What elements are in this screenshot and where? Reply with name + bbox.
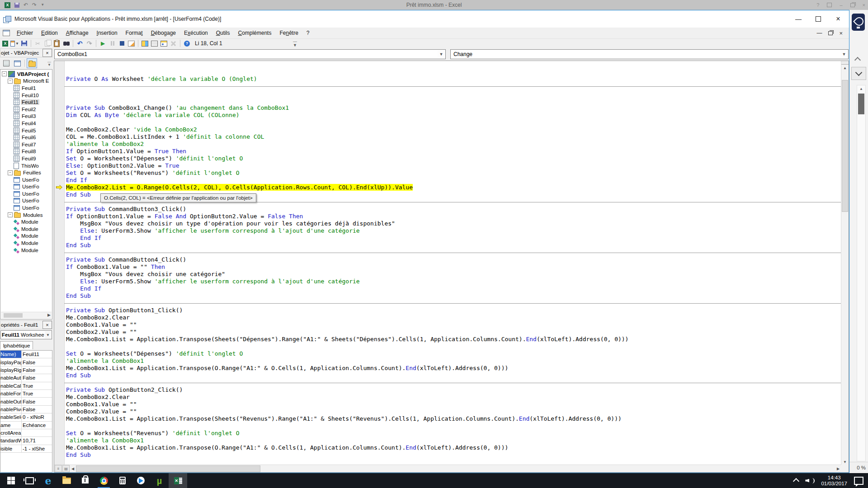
- close-icon[interactable]: ×: [42, 49, 52, 57]
- code-line[interactable]: End If: [66, 177, 841, 184]
- code-line[interactable]: Me.ComboBox1.List = Application.Transpos…: [66, 444, 841, 451]
- tab-alphabetic[interactable]: lphabétique: [0, 341, 33, 349]
- code-line[interactable]: [66, 90, 841, 97]
- code-line[interactable]: 'alimente la ComboBox1: [66, 357, 841, 365]
- save-icon[interactable]: [20, 39, 28, 47]
- code-line[interactable]: Me.ComboBox1.List = Application.Transpos…: [66, 365, 841, 372]
- tree-item-feuil10[interactable]: Feuil10: [0, 92, 52, 99]
- toolbar-overflow-icon[interactable]: —▼: [293, 40, 297, 47]
- tree-item-module[interactable]: Module: [0, 218, 52, 225]
- close-button[interactable]: ×: [828, 10, 848, 28]
- child-minimize-icon[interactable]: —: [816, 30, 822, 36]
- tree-item-feuil2[interactable]: Feuil2: [0, 106, 52, 113]
- toggle-folders-button[interactable]: [27, 58, 37, 68]
- code-line[interactable]: Dim COL As Byte 'déclare la variale COL …: [66, 112, 841, 119]
- property-value[interactable]: False: [22, 375, 35, 380]
- code-line[interactable]: Private Sub CommandButton3_Click(): [66, 206, 841, 213]
- restore-icon[interactable]: [850, 3, 855, 7]
- code-line[interactable]: [66, 97, 841, 104]
- tree-item-modules[interactable]: −Modules: [0, 211, 52, 219]
- tree-item-feuil11[interactable]: Feuil11: [0, 99, 52, 106]
- code-horizontal-scrollbar[interactable]: ≡ ▤ ◀ ▶: [54, 465, 841, 472]
- code-line[interactable]: [66, 422, 841, 430]
- project-horizontal-scrollbar[interactable]: ▶: [1, 312, 52, 319]
- property-name[interactable]: nableCalc: [0, 382, 22, 389]
- procedure-view-button[interactable]: ≡: [55, 465, 62, 472]
- menu-fentre[interactable]: Fenêtre: [275, 28, 302, 38]
- menu-edition[interactable]: Edition: [37, 28, 62, 38]
- code-line[interactable]: [66, 343, 841, 350]
- tray-expand-icon[interactable]: [793, 478, 799, 484]
- property-name[interactable]: tandardW: [0, 437, 22, 444]
- property-row[interactable]: nableFormTrue: [0, 390, 52, 398]
- property-name[interactable]: crollArea: [0, 429, 22, 436]
- chevron-down-icon[interactable]: ▼: [438, 50, 445, 58]
- property-row[interactable]: nableOutliFalse: [0, 398, 52, 405]
- property-row[interactable]: tandardW10,71: [0, 437, 52, 445]
- excel-taskbar-icon[interactable]: [169, 473, 187, 488]
- code-line[interactable]: Me.ComboBox1.List = Application.Transpos…: [66, 415, 841, 422]
- property-name[interactable]: Name): [0, 351, 22, 358]
- tree-item-module[interactable]: Module: [0, 239, 52, 247]
- property-value[interactable]: 10,71: [22, 438, 36, 443]
- code-line[interactable]: 'alimente la ComboBox2: [66, 141, 841, 148]
- scrollbar-thumb[interactable]: [858, 94, 864, 114]
- tree-item-feuil7[interactable]: Feuil7: [0, 141, 52, 148]
- object-combo[interactable]: ComboBox1 ▼: [54, 49, 446, 59]
- property-name[interactable]: isplayPag: [0, 358, 22, 366]
- code-line[interactable]: Private Sub OptionButton2_Click(): [66, 386, 841, 394]
- code-line[interactable]: ComboBox1.Value = "": [66, 321, 841, 328]
- property-value[interactable]: Echéance: [22, 422, 46, 428]
- code-line[interactable]: Me.ComboBox2.Clear: [66, 314, 841, 321]
- menu-complments[interactable]: Compléments: [234, 28, 275, 38]
- excel-icon[interactable]: X: [1, 39, 9, 47]
- maximize-button[interactable]: [808, 10, 828, 28]
- code-line[interactable]: MsgBox "Vous devez choisir un type d'opé…: [66, 220, 841, 227]
- tree-item-thiswo[interactable]: ThisWo: [0, 162, 52, 169]
- tree-item-microsofte[interactable]: −Microsoft E: [0, 78, 52, 85]
- tree-item-userfo[interactable]: UserFo: [0, 204, 52, 211]
- code-line[interactable]: Else: OptionButton2.Value = True: [66, 162, 841, 169]
- store-icon[interactable]: [76, 473, 94, 488]
- paste-icon[interactable]: [52, 39, 61, 47]
- property-row[interactable]: ameEchéance: [0, 422, 52, 429]
- tree-item-feuil8[interactable]: Feuil8: [0, 148, 52, 155]
- start-button[interactable]: [2, 473, 20, 488]
- design-mode-icon[interactable]: [127, 39, 136, 47]
- property-row[interactable]: Name)Feuil11: [0, 351, 52, 358]
- run-icon[interactable]: ▶: [99, 39, 107, 47]
- property-name[interactable]: nablePivo: [0, 406, 22, 413]
- code-line[interactable]: COL = Me.ComboBox1.ListIndex + 1 'défini…: [66, 133, 841, 141]
- code-line[interactable]: [66, 119, 841, 126]
- menu-excution[interactable]: Exécution: [180, 28, 212, 38]
- tree-item-feuil3[interactable]: Feuil3: [0, 113, 52, 120]
- procedure-combo[interactable]: Change ▼: [450, 49, 849, 59]
- property-row[interactable]: nablePivoFalse: [0, 406, 52, 413]
- chevron-down-icon[interactable]: ▼: [45, 331, 51, 338]
- code-line[interactable]: Me.ComboBox2.List = O.Range(O.Cells(2, C…: [66, 184, 841, 191]
- insert-userform-icon[interactable]: ▼: [10, 39, 19, 47]
- code-line[interactable]: Else: UserForm3.Show 'afficher le userfo…: [66, 227, 841, 235]
- code-vertical-scrollbar[interactable]: ▲ ▼: [841, 61, 849, 465]
- object-selector-combo[interactable]: Feuil11 Workshee ▼: [0, 330, 52, 339]
- property-row[interactable]: nableCalcTrue: [0, 382, 52, 390]
- collapse-ribbon-icon[interactable]: [854, 57, 861, 63]
- chevron-down-icon[interactable]: ▼: [840, 50, 848, 58]
- code-line[interactable]: ComboBox2.Value = "": [66, 328, 841, 336]
- property-row[interactable]: isible-1 - xlShe: [0, 445, 52, 453]
- menu-dbogage[interactable]: Débogage: [147, 28, 180, 38]
- code-line[interactable]: Else: UserForm5.Show 'afficher le userfo…: [66, 278, 841, 285]
- code-line[interactable]: Set O = Worksheets("Dépenses") 'définit …: [66, 350, 841, 357]
- code-line[interactable]: Set O = Worksheets("Revenus") 'définit l…: [66, 169, 841, 177]
- property-value[interactable]: False: [22, 360, 35, 365]
- code-line[interactable]: End Sub: [66, 292, 841, 300]
- scroll-down-icon[interactable]: ▼: [841, 459, 849, 465]
- tree-item-module[interactable]: Module: [0, 225, 52, 233]
- child-restore-icon[interactable]: [828, 31, 833, 35]
- help-icon[interactable]: ?: [816, 3, 819, 8]
- properties-window-icon[interactable]: [150, 39, 159, 47]
- code-line[interactable]: If OptionButton1.Value = False And Optio…: [66, 213, 841, 220]
- property-value[interactable]: False: [22, 367, 35, 373]
- code-line[interactable]: ComboBox1.Value = "": [66, 401, 841, 408]
- code-line[interactable]: Private Sub ComboBox1_Change() 'au chang…: [66, 104, 841, 112]
